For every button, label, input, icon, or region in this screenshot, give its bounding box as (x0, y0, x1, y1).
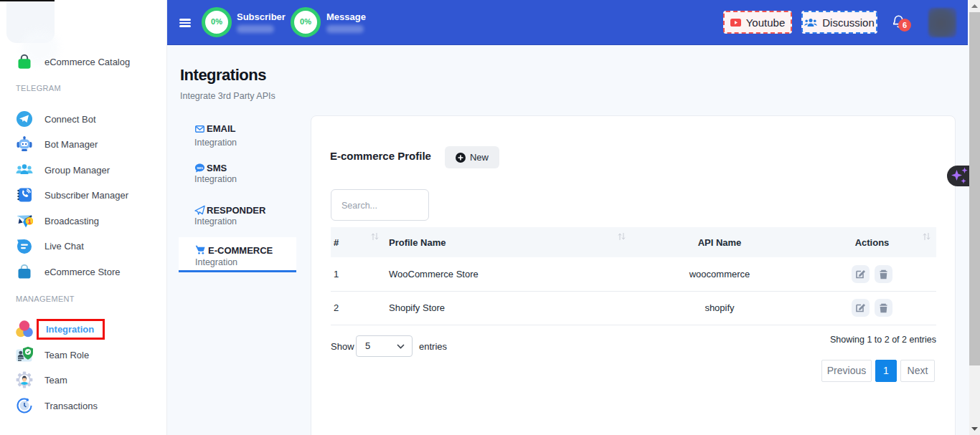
svg-text:SMS: SMS (197, 166, 203, 170)
svg-text:1: 1 (28, 218, 32, 225)
